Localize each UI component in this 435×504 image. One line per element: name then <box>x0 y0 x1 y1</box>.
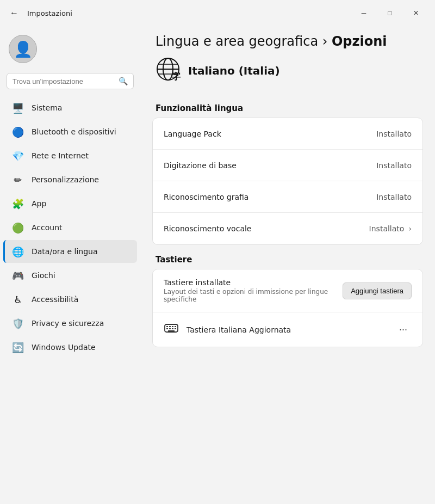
sidebar-item-label: Giochi <box>32 271 55 280</box>
lang-title: Italiano (Italia) <box>188 64 280 77</box>
svg-rect-7 <box>166 326 168 327</box>
feature-status: Installato <box>376 161 412 170</box>
keyboard-item-name: Tastiera Italiana Aggiornata <box>187 325 291 334</box>
sidebar-item-label: Accessibilità <box>32 295 78 304</box>
keyboard-item-icon <box>164 321 179 339</box>
avatar-icon: 👤 <box>14 40 33 58</box>
feature-label: Digitazione di base <box>164 161 237 170</box>
data-icon: 🌐 <box>12 245 24 257</box>
sidebar: 👤 🔍 🖥️ Sistema 🔵 Bluetooth e dispositivi… <box>0 24 140 504</box>
svg-rect-14 <box>175 328 176 329</box>
feature-row-grafia[interactable]: Riconoscimento grafia Installato <box>153 181 422 213</box>
svg-rect-9 <box>172 326 173 327</box>
close-button[interactable]: ✕ <box>403 4 428 22</box>
sidebar-item-giochi[interactable]: 🎮 Giochi <box>3 264 137 287</box>
minimize-button[interactable]: ─ <box>351 4 376 22</box>
feature-status-text: Installato <box>376 130 412 138</box>
chevron-right-icon: › <box>408 224 412 233</box>
feature-row-vocale[interactable]: Riconoscimento vocale Installato › <box>153 213 422 244</box>
window-controls: ─ □ ✕ <box>351 4 428 22</box>
main-panel: Lingua e area geografica › Opzioni 字 Ita… <box>140 24 435 504</box>
giochi-icon: 🎮 <box>12 269 24 281</box>
svg-rect-11 <box>166 328 168 329</box>
keyboards-installed-row: Tastiere installate Layout dei tasti e o… <box>153 269 422 312</box>
svg-rect-12 <box>169 328 171 329</box>
svg-rect-13 <box>172 328 173 329</box>
app-title: Impostazioni <box>27 9 72 17</box>
feature-status-text: Installato <box>376 193 412 201</box>
svg-rect-8 <box>169 326 171 327</box>
svg-rect-10 <box>175 326 176 327</box>
accessibilita-icon: ♿ <box>12 293 24 305</box>
title-bar-left: ← Impostazioni <box>7 5 72 21</box>
feature-status: Installato <box>376 193 412 201</box>
breadcrumb-prefix: Lingua e area geografica › <box>156 34 332 49</box>
sidebar-item-label: Sistema <box>32 103 62 112</box>
feature-label: Riconoscimento grafia <box>164 193 248 201</box>
sidebar-item-data[interactable]: 🌐 Data/ora e lingua <box>3 240 137 263</box>
sidebar-item-label: Windows Update <box>32 343 96 352</box>
privacy-icon: 🛡️ <box>12 317 24 329</box>
keyboard-item-left: Tastiera Italiana Aggiornata <box>164 321 291 339</box>
feature-label: Language Pack <box>164 130 221 138</box>
keyboards-installed-sub: Layout dei tasti e opzioni di immissione… <box>164 288 343 303</box>
app-body: 👤 🔍 🖥️ Sistema 🔵 Bluetooth e dispositivi… <box>0 24 435 504</box>
search-icon: 🔍 <box>119 77 128 85</box>
feature-row-digitazione[interactable]: Digitazione di base Installato <box>153 150 422 181</box>
account-icon: 🟢 <box>12 222 24 233</box>
sidebar-item-sistema[interactable]: 🖥️ Sistema <box>3 96 137 119</box>
keyboard-item-row[interactable]: Tastiera Italiana Aggiornata ··· <box>153 312 422 347</box>
sidebar-item-label: Data/ora e lingua <box>32 247 98 256</box>
feature-label: Riconoscimento vocale <box>164 224 251 233</box>
maximize-button[interactable]: □ <box>377 4 402 22</box>
sidebar-item-windowsupdate[interactable]: 🔄 Windows Update <box>3 336 137 359</box>
feature-row-languagepack[interactable]: Language Pack Installato <box>153 118 422 150</box>
sidebar-item-account[interactable]: 🟢 Account <box>3 216 137 239</box>
sidebar-item-accessibilita[interactable]: ♿ Accessibilità <box>3 288 137 311</box>
lang-header: 字 Italiano (Italia) <box>156 57 420 85</box>
back-icon: ← <box>10 8 18 18</box>
user-avatar-section: 👤 <box>0 29 140 73</box>
features-card-list: Language Pack Installato Digitazione di … <box>152 118 423 245</box>
sidebar-item-label: Privacy e sicurezza <box>32 319 104 328</box>
add-keyboard-button[interactable]: Aggiungi tastiera <box>343 282 412 299</box>
breadcrumb-bold: Opzioni <box>332 34 387 49</box>
bluetooth-icon: 🔵 <box>12 126 24 138</box>
sidebar-item-label: App <box>32 199 46 208</box>
section-keyboards-label: Tastiere <box>140 245 435 269</box>
page-header: Lingua e area geografica › Opzioni 字 Ita… <box>140 24 435 96</box>
sidebar-item-personalizzazione[interactable]: ✏️ Personalizzazione <box>3 168 137 191</box>
sidebar-item-bluetooth[interactable]: 🔵 Bluetooth e dispositivi <box>3 120 137 143</box>
sidebar-item-label: Personalizzazione <box>32 175 99 184</box>
svg-text:字: 字 <box>172 71 181 81</box>
windowsupdate-icon: 🔄 <box>12 341 24 353</box>
more-options-button[interactable]: ··· <box>395 322 412 337</box>
sidebar-item-privacy[interactable]: 🛡️ Privacy e sicurezza <box>3 312 137 335</box>
keyboards-installed-text: Tastiere installate Layout dei tasti e o… <box>164 278 343 303</box>
svg-rect-15 <box>168 330 175 331</box>
sistema-icon: 🖥️ <box>12 102 24 114</box>
sidebar-item-app[interactable]: 🧩 App <box>3 192 137 215</box>
avatar: 👤 <box>9 35 37 63</box>
breadcrumb-title: Lingua e area geografica › Opzioni <box>156 34 420 49</box>
feature-status-text: Installato <box>369 224 405 233</box>
keyboards-installed-title: Tastiere installate <box>164 278 343 287</box>
personalizzazione-icon: ✏️ <box>12 174 24 186</box>
sidebar-item-label: Rete e Internet <box>32 151 89 160</box>
section-features-label: Funzionalità lingua <box>140 96 435 118</box>
more-icon: ··· <box>399 324 407 335</box>
feature-status: Installato › <box>369 224 412 233</box>
back-button[interactable]: ← <box>7 5 22 21</box>
keyboards-card: Tastiere installate Layout dei tasti e o… <box>152 269 423 347</box>
sidebar-item-label: Account <box>32 223 63 232</box>
rete-icon: 💎 <box>12 150 24 162</box>
search-box[interactable]: 🔍 <box>7 73 134 89</box>
lang-flag-icon: 字 <box>156 57 181 85</box>
sidebar-item-label: Bluetooth e dispositivi <box>32 127 116 136</box>
search-input[interactable] <box>13 77 114 85</box>
feature-status: Installato <box>376 130 412 138</box>
app-icon: 🧩 <box>12 198 24 210</box>
title-bar: ← Impostazioni ─ □ ✕ <box>0 0 435 24</box>
feature-status-text: Installato <box>376 161 412 170</box>
sidebar-item-rete[interactable]: 💎 Rete e Internet <box>3 144 137 167</box>
